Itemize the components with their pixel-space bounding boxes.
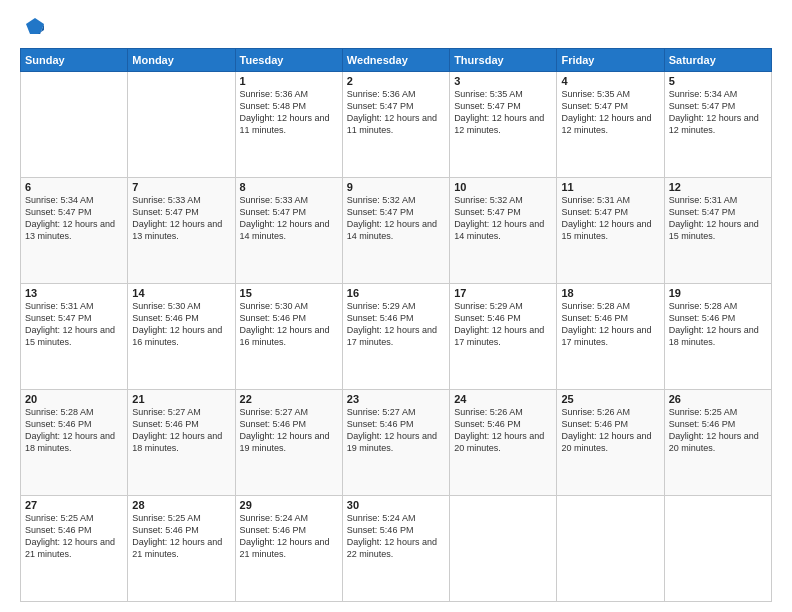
calendar-cell: 28Sunrise: 5:25 AM Sunset: 5:46 PM Dayli…	[128, 496, 235, 602]
week-row-2: 6Sunrise: 5:34 AM Sunset: 5:47 PM Daylig…	[21, 178, 772, 284]
cell-info: Sunrise: 5:31 AM Sunset: 5:47 PM Dayligh…	[561, 194, 659, 243]
day-number: 4	[561, 75, 659, 87]
cell-info: Sunrise: 5:27 AM Sunset: 5:46 PM Dayligh…	[240, 406, 338, 455]
cell-info: Sunrise: 5:25 AM Sunset: 5:46 PM Dayligh…	[669, 406, 767, 455]
cell-info: Sunrise: 5:31 AM Sunset: 5:47 PM Dayligh…	[669, 194, 767, 243]
calendar-cell: 9Sunrise: 5:32 AM Sunset: 5:47 PM Daylig…	[342, 178, 449, 284]
cell-info: Sunrise: 5:36 AM Sunset: 5:47 PM Dayligh…	[347, 88, 445, 137]
calendar-cell: 2Sunrise: 5:36 AM Sunset: 5:47 PM Daylig…	[342, 72, 449, 178]
calendar-table: SundayMondayTuesdayWednesdayThursdayFrid…	[20, 48, 772, 602]
calendar-cell	[664, 496, 771, 602]
calendar-cell	[128, 72, 235, 178]
calendar-cell: 15Sunrise: 5:30 AM Sunset: 5:46 PM Dayli…	[235, 284, 342, 390]
calendar-cell: 26Sunrise: 5:25 AM Sunset: 5:46 PM Dayli…	[664, 390, 771, 496]
cell-info: Sunrise: 5:28 AM Sunset: 5:46 PM Dayligh…	[25, 406, 123, 455]
day-number: 17	[454, 287, 552, 299]
day-number: 3	[454, 75, 552, 87]
calendar-cell: 10Sunrise: 5:32 AM Sunset: 5:47 PM Dayli…	[450, 178, 557, 284]
cell-info: Sunrise: 5:26 AM Sunset: 5:46 PM Dayligh…	[454, 406, 552, 455]
day-number: 5	[669, 75, 767, 87]
calendar-cell: 11Sunrise: 5:31 AM Sunset: 5:47 PM Dayli…	[557, 178, 664, 284]
day-number: 2	[347, 75, 445, 87]
calendar-cell: 3Sunrise: 5:35 AM Sunset: 5:47 PM Daylig…	[450, 72, 557, 178]
cell-info: Sunrise: 5:25 AM Sunset: 5:46 PM Dayligh…	[25, 512, 123, 561]
cell-info: Sunrise: 5:32 AM Sunset: 5:47 PM Dayligh…	[454, 194, 552, 243]
calendar-cell: 23Sunrise: 5:27 AM Sunset: 5:46 PM Dayli…	[342, 390, 449, 496]
header	[20, 16, 772, 38]
cell-info: Sunrise: 5:26 AM Sunset: 5:46 PM Dayligh…	[561, 406, 659, 455]
day-number: 25	[561, 393, 659, 405]
calendar-cell	[21, 72, 128, 178]
calendar-cell: 16Sunrise: 5:29 AM Sunset: 5:46 PM Dayli…	[342, 284, 449, 390]
day-number: 13	[25, 287, 123, 299]
logo	[20, 16, 46, 38]
cell-info: Sunrise: 5:36 AM Sunset: 5:48 PM Dayligh…	[240, 88, 338, 137]
day-number: 23	[347, 393, 445, 405]
weekday-header-monday: Monday	[128, 49, 235, 72]
calendar-cell: 17Sunrise: 5:29 AM Sunset: 5:46 PM Dayli…	[450, 284, 557, 390]
cell-info: Sunrise: 5:30 AM Sunset: 5:46 PM Dayligh…	[240, 300, 338, 349]
calendar-cell: 30Sunrise: 5:24 AM Sunset: 5:46 PM Dayli…	[342, 496, 449, 602]
calendar-cell: 6Sunrise: 5:34 AM Sunset: 5:47 PM Daylig…	[21, 178, 128, 284]
day-number: 26	[669, 393, 767, 405]
day-number: 15	[240, 287, 338, 299]
calendar-cell: 25Sunrise: 5:26 AM Sunset: 5:46 PM Dayli…	[557, 390, 664, 496]
day-number: 9	[347, 181, 445, 193]
weekday-header-saturday: Saturday	[664, 49, 771, 72]
week-row-1: 1Sunrise: 5:36 AM Sunset: 5:48 PM Daylig…	[21, 72, 772, 178]
calendar-cell: 5Sunrise: 5:34 AM Sunset: 5:47 PM Daylig…	[664, 72, 771, 178]
day-number: 29	[240, 499, 338, 511]
cell-info: Sunrise: 5:35 AM Sunset: 5:47 PM Dayligh…	[561, 88, 659, 137]
calendar-cell: 29Sunrise: 5:24 AM Sunset: 5:46 PM Dayli…	[235, 496, 342, 602]
day-number: 6	[25, 181, 123, 193]
weekday-header-sunday: Sunday	[21, 49, 128, 72]
day-number: 18	[561, 287, 659, 299]
day-number: 1	[240, 75, 338, 87]
cell-info: Sunrise: 5:24 AM Sunset: 5:46 PM Dayligh…	[240, 512, 338, 561]
cell-info: Sunrise: 5:28 AM Sunset: 5:46 PM Dayligh…	[561, 300, 659, 349]
calendar-cell: 14Sunrise: 5:30 AM Sunset: 5:46 PM Dayli…	[128, 284, 235, 390]
calendar-cell: 22Sunrise: 5:27 AM Sunset: 5:46 PM Dayli…	[235, 390, 342, 496]
day-number: 10	[454, 181, 552, 193]
day-number: 21	[132, 393, 230, 405]
calendar-cell: 27Sunrise: 5:25 AM Sunset: 5:46 PM Dayli…	[21, 496, 128, 602]
logo-icon	[24, 16, 46, 38]
day-number: 22	[240, 393, 338, 405]
calendar-cell: 21Sunrise: 5:27 AM Sunset: 5:46 PM Dayli…	[128, 390, 235, 496]
cell-info: Sunrise: 5:29 AM Sunset: 5:46 PM Dayligh…	[454, 300, 552, 349]
weekday-header-friday: Friday	[557, 49, 664, 72]
day-number: 8	[240, 181, 338, 193]
calendar-cell: 12Sunrise: 5:31 AM Sunset: 5:47 PM Dayli…	[664, 178, 771, 284]
weekday-header-thursday: Thursday	[450, 49, 557, 72]
cell-info: Sunrise: 5:33 AM Sunset: 5:47 PM Dayligh…	[240, 194, 338, 243]
day-number: 7	[132, 181, 230, 193]
cell-info: Sunrise: 5:35 AM Sunset: 5:47 PM Dayligh…	[454, 88, 552, 137]
calendar-cell	[450, 496, 557, 602]
cell-info: Sunrise: 5:33 AM Sunset: 5:47 PM Dayligh…	[132, 194, 230, 243]
weekday-header-tuesday: Tuesday	[235, 49, 342, 72]
day-number: 27	[25, 499, 123, 511]
calendar-cell: 8Sunrise: 5:33 AM Sunset: 5:47 PM Daylig…	[235, 178, 342, 284]
cell-info: Sunrise: 5:24 AM Sunset: 5:46 PM Dayligh…	[347, 512, 445, 561]
cell-info: Sunrise: 5:32 AM Sunset: 5:47 PM Dayligh…	[347, 194, 445, 243]
calendar-cell: 20Sunrise: 5:28 AM Sunset: 5:46 PM Dayli…	[21, 390, 128, 496]
cell-info: Sunrise: 5:31 AM Sunset: 5:47 PM Dayligh…	[25, 300, 123, 349]
weekday-header-row: SundayMondayTuesdayWednesdayThursdayFrid…	[21, 49, 772, 72]
cell-info: Sunrise: 5:34 AM Sunset: 5:47 PM Dayligh…	[25, 194, 123, 243]
page: SundayMondayTuesdayWednesdayThursdayFrid…	[0, 0, 792, 612]
cell-info: Sunrise: 5:30 AM Sunset: 5:46 PM Dayligh…	[132, 300, 230, 349]
cell-info: Sunrise: 5:28 AM Sunset: 5:46 PM Dayligh…	[669, 300, 767, 349]
day-number: 24	[454, 393, 552, 405]
week-row-3: 13Sunrise: 5:31 AM Sunset: 5:47 PM Dayli…	[21, 284, 772, 390]
cell-info: Sunrise: 5:29 AM Sunset: 5:46 PM Dayligh…	[347, 300, 445, 349]
cell-info: Sunrise: 5:27 AM Sunset: 5:46 PM Dayligh…	[347, 406, 445, 455]
cell-info: Sunrise: 5:27 AM Sunset: 5:46 PM Dayligh…	[132, 406, 230, 455]
day-number: 19	[669, 287, 767, 299]
day-number: 20	[25, 393, 123, 405]
calendar-cell: 1Sunrise: 5:36 AM Sunset: 5:48 PM Daylig…	[235, 72, 342, 178]
week-row-4: 20Sunrise: 5:28 AM Sunset: 5:46 PM Dayli…	[21, 390, 772, 496]
calendar-cell: 7Sunrise: 5:33 AM Sunset: 5:47 PM Daylig…	[128, 178, 235, 284]
day-number: 16	[347, 287, 445, 299]
day-number: 30	[347, 499, 445, 511]
calendar-cell: 4Sunrise: 5:35 AM Sunset: 5:47 PM Daylig…	[557, 72, 664, 178]
